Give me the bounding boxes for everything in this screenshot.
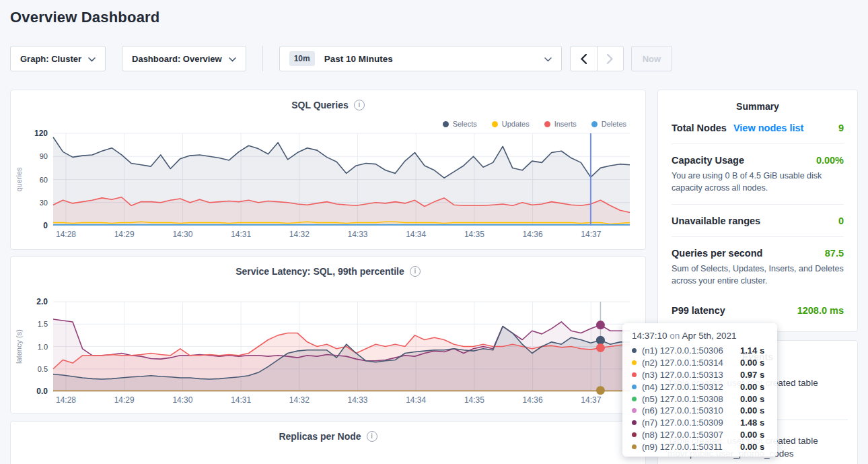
node-color-dot-icon [632,372,637,377]
inserts-dot-icon [544,121,550,127]
node-color-dot-icon [632,348,637,353]
tooltip-node-latency: 0.00 s [740,358,764,368]
time-range-dropdown[interactable]: 10m Past 10 Minutes [279,46,562,71]
tooltip-node-address: (n1) 127.0.0.1:50306 [642,345,740,356]
queries-per-second-description: Sum of Selects, Updates, Inserts, and De… [672,263,844,287]
sql-queries-legend: Selects Updates Inserts Deletes [443,120,626,128]
overview-dashboard-page: Overview Dashboard Graph: Cluster Dashbo… [0,0,868,464]
replicas-per-node-card: Replicas per Node i [10,421,646,464]
legend-item-inserts[interactable]: Inserts [544,120,577,128]
svg-text:14:36: 14:36 [523,230,543,239]
time-range-badge: 10m [289,51,315,66]
tooltip-node-address: (n4) 127.0.0.1:50312 [642,382,740,392]
tooltip-node-latency: 0.00 s [740,394,764,404]
tooltip-timestamp: 14:37:10 on Apr 5th, 2021 [632,331,768,341]
now-button[interactable]: Now [631,46,672,71]
legend-item-selects[interactable]: Selects [443,120,477,128]
svg-text:14:32: 14:32 [289,230,310,239]
tooltip-node-address: (n8) 127.0.0.1:50307 [642,430,740,440]
updates-dot-icon [492,121,498,127]
chevron-left-icon [581,54,587,64]
svg-text:90: 90 [40,152,48,160]
svg-text:14:29: 14:29 [114,395,135,405]
node-color-dot-icon [632,408,637,413]
svg-text:queries: queries [15,167,23,192]
graph-dropdown[interactable]: Graph: Cluster [10,46,106,71]
node-color-dot-icon [632,444,637,449]
tooltip-node-row: (n8) 127.0.0.1:503070.00 s [632,429,768,441]
tooltip-node-row: (n2) 127.0.0.1:503140.00 s [632,357,768,369]
tooltip-node-row: (n5) 127.0.0.1:503080.00 s [632,393,768,405]
svg-text:14:30: 14:30 [172,230,192,239]
svg-text:14:32: 14:32 [289,395,310,405]
sql-queries-chart[interactable]: 030609012014:2814:2914:3014:3114:3214:33… [11,90,647,249]
tooltip-node-row: (n6) 127.0.0.1:503100.00 s [632,405,768,417]
summary-row-queries-per-second: Queries per second 87.5 [672,248,844,259]
tooltip-node-address: (n2) 127.0.0.1:50314 [642,358,740,368]
view-nodes-list-link[interactable]: View nodes list [733,123,804,133]
tooltip-node-row: (n7) 127.0.0.1:503091.48 s [632,417,768,429]
svg-text:14:35: 14:35 [464,230,484,239]
tooltip-node-address: (n3) 127.0.0.1:50313 [642,370,740,380]
deletes-dot-icon [591,121,598,127]
info-icon[interactable]: i [367,431,377,442]
legend-item-deletes[interactable]: Deletes [591,120,626,128]
svg-text:120: 120 [34,129,48,138]
svg-text:14:33: 14:33 [347,395,367,405]
graph-dropdown-label: Graph: Cluster [20,54,81,64]
service-latency-chart[interactable]: 0.00.51.01.52.014:2814:2914:3014:3114:32… [11,257,647,413]
svg-text:1.5: 1.5 [38,320,48,328]
legend-item-updates[interactable]: Updates [492,120,530,128]
svg-text:14:28: 14:28 [56,395,76,405]
tooltip-node-latency: 0.00 s [740,382,764,392]
tooltip-node-latency: 1.14 s [740,345,764,356]
info-icon[interactable]: i [410,266,421,277]
svg-text:0.0: 0.0 [36,387,48,396]
chevron-down-icon [544,53,552,65]
svg-text:60: 60 [40,176,48,184]
node-color-dot-icon [632,432,637,437]
summary-row-p99-latency: P99 latency 1208.0 ms [672,305,844,316]
tooltip-node-latency: 1.48 s [740,418,764,428]
tooltip-node-row: (n3) 127.0.0.1:503130.97 s [632,369,768,381]
tooltip-node-row: (n9) 127.0.0.1:503110.00 s [632,440,768,453]
capacity-usage-description: You are using 0 B of 4.5 GiB usable disk… [672,170,844,194]
tooltip-node-row: (n1) 127.0.0.1:503061.14 s [632,345,768,357]
summary-row-total-nodes: Total Nodes View nodes list 9 [672,123,844,133]
tooltip-node-address: (n5) 127.0.0.1:50308 [642,394,740,404]
chevron-down-icon [229,54,236,64]
tooltip-node-address: (n9) 127.0.0.1:50311 [642,442,740,452]
total-nodes-value: 9 [838,123,844,133]
controls-divider [262,46,263,71]
sql-queries-card: SQL Queries i Selects Updates Inserts De… [10,90,646,250]
tooltip-node-latency: 0.00 s [740,442,764,452]
summary-row-unavailable-ranges: Unavailable ranges 0 [672,216,844,226]
unavailable-ranges-value: 0 [838,216,844,226]
svg-text:14:36: 14:36 [523,395,543,405]
previous-time-button[interactable] [571,46,597,71]
chevron-down-icon [88,54,96,64]
service-latency-card: Service Latency: SQL, 99th percentile i … [10,256,646,413]
tooltip-node-latency: 0.00 s [740,430,764,440]
selects-dot-icon [443,121,449,127]
summary-panel: Summary Total Nodes View nodes list 9 Ca… [657,90,858,332]
svg-text:14:28: 14:28 [56,230,76,239]
node-color-dot-icon [632,360,637,365]
tooltip-node-address: (n7) 127.0.0.1:50309 [642,418,740,428]
svg-text:14:34: 14:34 [406,230,426,239]
svg-text:14:31: 14:31 [231,230,251,239]
svg-text:0: 0 [43,221,48,230]
node-color-dot-icon [632,397,637,401]
service-latency-title: Service Latency: SQL, 99th percentile [236,266,404,277]
tooltip-node-row: (n4) 127.0.0.1:503120.00 s [632,380,768,393]
capacity-usage-value: 0.00% [816,155,844,166]
dashboard-dropdown[interactable]: Dashboard: Overview [122,46,246,71]
info-icon[interactable]: i [354,100,365,110]
tooltip-node-latency: 0.00 s [740,405,764,416]
tooltip-node-address: (n6) 127.0.0.1:50310 [642,405,740,416]
svg-text:14:35: 14:35 [464,395,484,405]
sql-queries-title: SQL Queries [291,100,349,110]
chevron-right-icon [607,54,613,64]
dashboard-dropdown-label: Dashboard: Overview [132,54,222,64]
next-time-button[interactable] [597,46,623,71]
